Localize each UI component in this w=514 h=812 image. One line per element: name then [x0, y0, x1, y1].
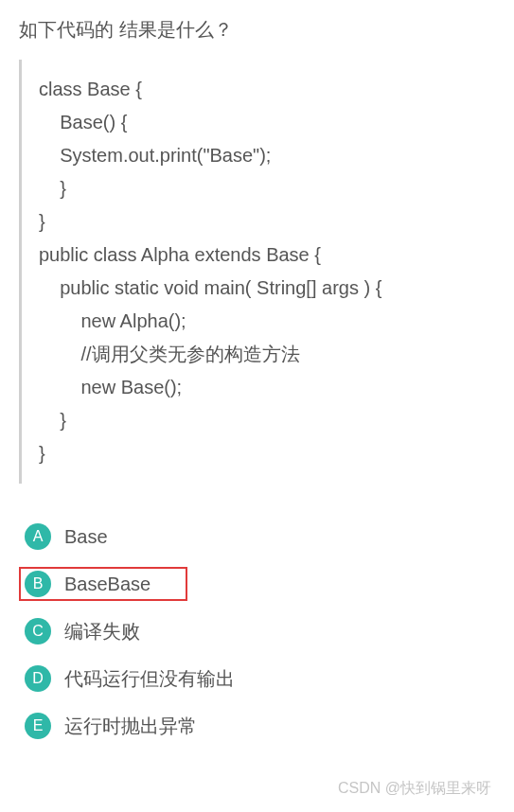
code-line: } [39, 205, 495, 238]
code-line: new Base(); [39, 371, 495, 404]
code-line: class Base { [39, 73, 495, 106]
option-badge: B [25, 571, 51, 597]
option-badge: D [25, 665, 51, 692]
option-c[interactable]: C编译失败 [19, 614, 495, 648]
code-line: public static void main( String[] args )… [39, 272, 495, 305]
question-text: 如下代码的 结果是什么？ [19, 17, 495, 43]
code-line: } [39, 437, 495, 470]
option-a[interactable]: ABase [19, 520, 495, 554]
code-line: //调用父类无参的构造方法 [39, 338, 495, 371]
option-d[interactable]: D代码运行但没有输出 [19, 662, 495, 696]
option-text: 代码运行但没有输出 [64, 666, 235, 692]
code-line: System.out.print("Base"); [39, 139, 495, 172]
option-badge: C [25, 618, 51, 644]
option-b[interactable]: BBaseBase [19, 567, 187, 601]
code-line: } [39, 404, 495, 437]
code-block: class Base { Base() { System.out.print("… [19, 60, 495, 484]
options-list: ABaseBBaseBaseC编译失败D代码运行但没有输出E运行时抛出异常 [19, 520, 495, 743]
option-text: 编译失败 [64, 619, 140, 644]
option-text: BaseBase [64, 574, 151, 595]
code-line: public class Alpha extends Base { [39, 238, 495, 272]
code-line: new Alpha(); [39, 305, 495, 338]
code-line: } [39, 172, 495, 205]
option-badge: E [25, 713, 51, 739]
option-text: Base [64, 526, 108, 548]
code-line: Base() { [39, 106, 495, 139]
option-badge: A [25, 523, 51, 550]
option-text: 运行时抛出异常 [64, 714, 197, 739]
option-e[interactable]: E运行时抛出异常 [19, 709, 495, 743]
